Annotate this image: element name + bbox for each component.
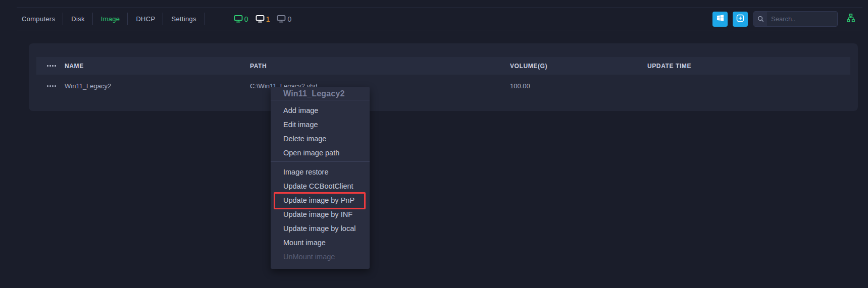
nav-tabs: Computers Disk Image DHCP Settings (17, 8, 205, 30)
header-path: PATH (250, 63, 510, 70)
context-menu-group-1: Add image Edit image Delete image Open i… (271, 100, 370, 162)
monitor-gray-icon (277, 15, 286, 23)
online-clients-counter: 0 (234, 15, 248, 23)
top-navigation-bar: Computers Disk Image DHCP Settings 0 1 (17, 8, 862, 30)
network-topology-button[interactable] (847, 14, 855, 24)
header-more-options-icon[interactable] (47, 65, 65, 67)
offline-clients-counter: 0 (277, 15, 291, 23)
row-more-options-icon[interactable] (47, 85, 65, 87)
monitor-green-icon (234, 15, 243, 23)
menu-item-open-image-path[interactable]: Open image path (271, 146, 370, 160)
header-name: NAME (65, 63, 250, 70)
menu-item-update-ccbootclient[interactable]: Update CCBootClient (271, 179, 370, 193)
header-volume: VOLUME(G) (510, 63, 647, 70)
windows-logo-icon (717, 14, 724, 24)
tab-disk[interactable]: Disk (63, 8, 92, 30)
context-menu-group-2: Image restore Update CCBootClient Update… (271, 162, 370, 269)
client-status-counters: 0 1 0 (234, 15, 291, 23)
tab-image[interactable]: Image (93, 8, 128, 30)
menu-item-mount-image[interactable]: Mount image (271, 236, 370, 250)
tab-computers[interactable]: Computers (17, 8, 63, 30)
windows-boot-button[interactable] (712, 12, 728, 27)
search-icon[interactable] (754, 12, 767, 26)
tab-settings[interactable]: Settings (163, 8, 204, 30)
menu-item-edit-image[interactable]: Edit image (271, 118, 370, 132)
menu-item-update-image-by-inf[interactable]: Update image by INF (271, 207, 370, 221)
image-context-menu: Win11_Legacy2 Add image Edit image Delet… (271, 87, 370, 269)
cell-volume: 100.00 (510, 82, 647, 90)
plus-icon (736, 14, 744, 24)
image-list-panel: NAME PATH VOLUME(G) UPDATE TIME Win11_Le… (29, 43, 858, 111)
table-row[interactable]: Win11_Legacy2 C:\Win11_Legacy2.vhd 100.0… (36, 75, 850, 97)
menu-item-delete-image[interactable]: Delete image (271, 132, 370, 146)
menu-item-update-image-by-local[interactable]: Update image by local (271, 221, 370, 236)
search-box (753, 11, 838, 27)
monitor-white-icon (256, 15, 265, 23)
menu-item-image-restore[interactable]: Image restore (271, 165, 370, 179)
offline-clients-count: 0 (287, 15, 291, 23)
online-clients-count: 0 (244, 15, 248, 23)
sitemap-icon (847, 14, 855, 24)
context-menu-title: Win11_Legacy2 (271, 87, 370, 100)
search-input[interactable] (767, 15, 837, 23)
menu-item-unmount-image: UnMount image (271, 250, 370, 264)
total-clients-counter: 1 (256, 15, 270, 23)
table-header-row: NAME PATH VOLUME(G) UPDATE TIME (36, 57, 850, 75)
header-update-time: UPDATE TIME (647, 63, 850, 70)
cell-image-name: Win11_Legacy2 (65, 82, 250, 90)
topbar-actions (707, 11, 862, 27)
menu-item-add-image[interactable]: Add image (271, 103, 370, 118)
tab-dhcp[interactable]: DHCP (128, 8, 163, 30)
total-clients-count: 1 (266, 15, 270, 23)
add-image-button[interactable] (733, 12, 748, 27)
menu-item-update-image-by-pnp[interactable]: Update image by PnP (271, 193, 370, 207)
